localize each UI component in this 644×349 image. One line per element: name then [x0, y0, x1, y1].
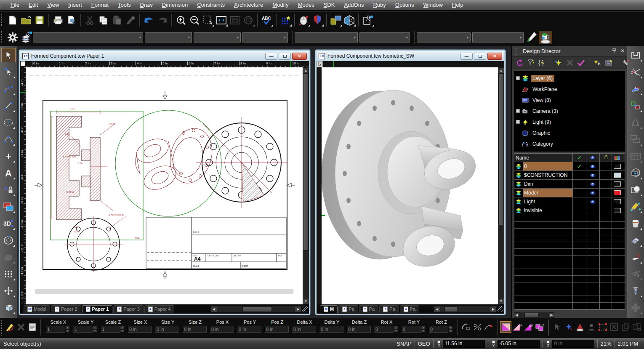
- size-z-input[interactable]: 0 in: [182, 326, 207, 333]
- zoom-previous-icon[interactable]: [242, 13, 255, 27]
- clear-selection-icon[interactable]: [15, 321, 27, 333]
- apply-check-icon[interactable]: [575, 58, 587, 68]
- tree-item-camera[interactable]: +Camera (3): [514, 106, 625, 117]
- window-titlebar[interactable]: Tc Formed Component.tcw Isometric_SW — ✕: [317, 51, 504, 61]
- edit-tools-icon[interactable]: [4, 321, 15, 333]
- color-cell[interactable]: [612, 162, 623, 171]
- solid-3d-tool-icon[interactable]: [1, 250, 16, 264]
- pick-hand-icon[interactable]: [361, 13, 375, 27]
- active-cell[interactable]: [572, 189, 586, 197]
- box-3d-tool-icon[interactable]: [1, 301, 16, 315]
- highlight-select-icon[interactable]: [592, 58, 603, 68]
- text-size-combo[interactable]: ▾: [472, 32, 524, 43]
- visible-cell[interactable]: [586, 180, 599, 188]
- assemble-tool-icon[interactable]: [628, 267, 643, 281]
- tab-model[interactable]: MM: [320, 305, 338, 313]
- color-cell[interactable]: [612, 206, 623, 215]
- menu-options[interactable]: Options: [391, 0, 419, 10]
- scroll-left-button[interactable]: ◀: [434, 306, 440, 312]
- empty-row[interactable]: [514, 262, 625, 269]
- origin-button[interactable]: [317, 61, 323, 67]
- scroll-up-button[interactable]: ▲: [303, 67, 309, 74]
- layer-row-dim[interactable]: Dim: [514, 180, 625, 189]
- properties-icon[interactable]: [603, 58, 615, 68]
- size-x-input[interactable]: 0 in: [128, 326, 152, 333]
- text-3d-tool-icon[interactable]: 3D: [1, 216, 16, 231]
- empty-row[interactable]: [514, 282, 625, 289]
- menu-draw[interactable]: Draw: [135, 0, 157, 10]
- scale-y-input[interactable]: 1▲▼: [73, 326, 97, 333]
- scroll-down-button[interactable]: ▼: [303, 298, 309, 304]
- sketch-tool-icon[interactable]: [1, 82, 16, 96]
- style-combo[interactable]: ▾: [33, 32, 143, 43]
- spinner[interactable]: ▲▼: [120, 326, 125, 333]
- home-view-icon[interactable]: [642, 321, 644, 333]
- spinner[interactable]: ▲▼: [93, 326, 97, 333]
- node-edit-tool-icon[interactable]: [1, 65, 16, 79]
- toolbar-grip[interactable]: [1, 2, 4, 9]
- scroll-up-button[interactable]: ▲: [498, 67, 504, 74]
- copy-page-icon[interactable]: [631, 321, 642, 333]
- cplane-select-mode-icon[interactable]: CP: [523, 321, 534, 333]
- resize-tool-icon[interactable]: [1, 284, 16, 298]
- menu-architecture[interactable]: Architecture: [229, 0, 268, 10]
- drawing-canvas-3d[interactable]: [322, 67, 498, 304]
- spline-edit-icon[interactable]: [483, 321, 494, 333]
- panel-grip[interactable]: [516, 48, 519, 55]
- pos-x-input[interactable]: 0 in: [210, 326, 234, 333]
- save-file-icon[interactable]: [33, 13, 46, 27]
- lock-cell[interactable]: [599, 180, 612, 188]
- menu-format[interactable]: Format: [87, 0, 113, 10]
- tree-item-workplane[interactable]: WorkPlane: [514, 84, 625, 95]
- pen-pattern-combo[interactable]: ▾: [242, 32, 288, 43]
- empty-row[interactable]: [514, 249, 625, 256]
- cut-icon[interactable]: [83, 13, 97, 27]
- refresh-icon[interactable]: [514, 58, 525, 68]
- minimize-button[interactable]: —: [265, 53, 277, 60]
- layer-row-construction[interactable]: $CONSTRUCTION: [514, 171, 625, 180]
- undo-icon[interactable]: [142, 13, 156, 27]
- scrollbar-thumb[interactable]: [444, 306, 457, 312]
- marker-tool-icon[interactable]: [628, 200, 643, 214]
- text-tool-icon[interactable]: A: [1, 166, 16, 180]
- workplane-select-mode-icon[interactable]: WP: [511, 321, 523, 333]
- filter-braces-icon[interactable]: { }: [536, 58, 548, 68]
- style-pencil-icon[interactable]: [525, 31, 539, 44]
- table-tool-icon[interactable]: [628, 149, 643, 163]
- scrollbar-thumb[interactable]: [498, 74, 504, 225]
- tree-item-layer[interactable]: +Layer (6): [514, 73, 625, 84]
- menu-insert[interactable]: Insert: [64, 0, 87, 10]
- column-name-header[interactable]: Name: [514, 154, 572, 162]
- empty-row[interactable]: [514, 222, 625, 229]
- active-cell[interactable]: [572, 197, 586, 206]
- select-cursor-icon[interactable]: [551, 321, 563, 333]
- style-manager-icon[interactable]: [539, 31, 552, 44]
- lock-cell[interactable]: [599, 189, 612, 197]
- select-tool-icon[interactable]: [1, 48, 16, 62]
- copy-icon[interactable]: [97, 13, 110, 27]
- pos-z-input[interactable]: 0 in: [264, 326, 289, 333]
- empty-row[interactable]: [514, 235, 625, 242]
- scrollbar-thumb[interactable]: [303, 74, 309, 250]
- layer-row-model[interactable]: Model: [514, 189, 625, 197]
- snap-toggle[interactable]: SNAP: [397, 341, 411, 347]
- empty-row[interactable]: [514, 242, 625, 249]
- close-button[interactable]: ✕: [292, 53, 307, 60]
- empty-row[interactable]: [514, 215, 625, 222]
- shield-3d-icon[interactable]: [311, 13, 324, 27]
- menu-modify[interactable]: Modify: [268, 0, 293, 10]
- menu-view[interactable]: View: [43, 0, 64, 10]
- symbol-library-icon[interactable]: [329, 13, 343, 27]
- empty-row[interactable]: [514, 269, 625, 276]
- menu-ruby[interactable]: Ruby: [368, 0, 390, 10]
- scroll-down-button[interactable]: ▼: [498, 298, 504, 304]
- tab-paper2[interactable]: 1Paper 2: [51, 305, 81, 313]
- snap-spark-icon[interactable]: [563, 321, 574, 333]
- arc-tool-icon[interactable]: [1, 132, 16, 147]
- facet-select-mode-icon[interactable]: F: [534, 321, 546, 333]
- spinner[interactable]: ▲▼: [65, 326, 70, 333]
- snap-grid-icon[interactable]: [279, 13, 292, 27]
- close-button[interactable]: ✕: [487, 53, 502, 60]
- delta-y-input[interactable]: 0 in: [319, 326, 343, 333]
- menu-dimension[interactable]: Dimension: [157, 0, 192, 10]
